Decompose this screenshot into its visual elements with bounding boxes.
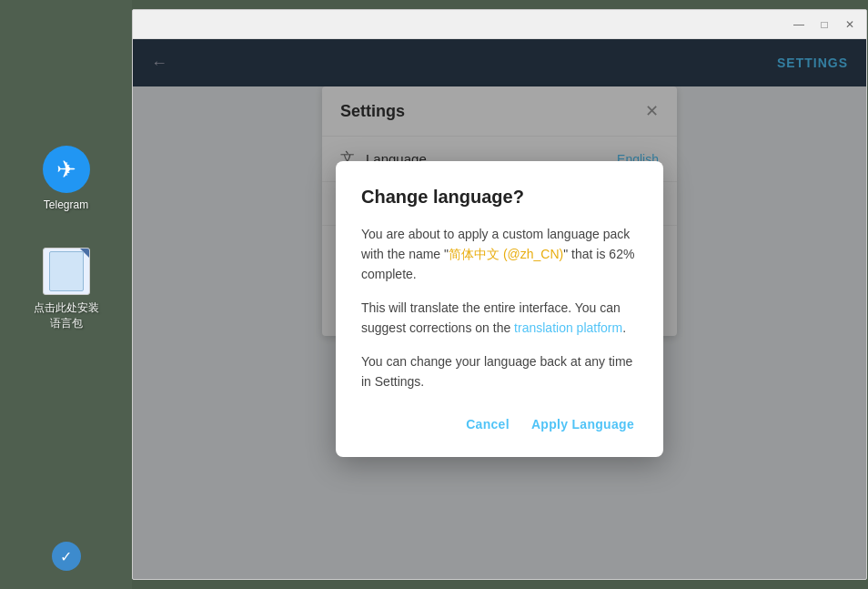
title-bar-controls: — □ ✕: [790, 15, 859, 34]
main-window: — □ ✕ ← SETTINGS Settings ✕ 文 Language E…: [132, 9, 867, 580]
modal-overlay: Change language? You are about to apply …: [133, 39, 866, 579]
telegram-desktop-icon[interactable]: ✈ Telegram: [43, 146, 90, 211]
sidebar: ✈ Telegram 点击此处安装 语言包 ✓: [0, 0, 132, 589]
telegram-icon-label: Telegram: [44, 198, 88, 211]
sidebar-checkmark-badge: ✓: [52, 542, 81, 571]
modal-paragraph-2: This will translate the entire interface…: [361, 298, 638, 339]
file-icon: [43, 248, 90, 295]
modal-paragraph-3: You can change your language back at any…: [361, 351, 638, 392]
close-window-button[interactable]: ✕: [841, 15, 859, 34]
file-inner: [49, 251, 84, 291]
modal-p1-highlight: 简体中文 (@zh_CN): [449, 247, 563, 261]
cancel-button[interactable]: Cancel: [462, 410, 513, 439]
telegram-icon: ✈: [43, 146, 90, 193]
minimize-button[interactable]: —: [790, 15, 808, 34]
install-langpack-icon[interactable]: 点击此处安装 语言包: [34, 248, 99, 331]
maximize-button[interactable]: □: [815, 15, 833, 34]
modal-body: You are about to apply a custom language…: [361, 224, 638, 392]
checkmark-icon: ✓: [60, 548, 72, 565]
translation-platform-link[interactable]: translation platform: [514, 320, 622, 335]
modal-p2-post: .: [622, 320, 626, 335]
apply-language-button[interactable]: Apply Language: [528, 410, 638, 439]
install-langpack-label: 点击此处安装 语言包: [34, 300, 99, 331]
change-language-modal: Change language? You are about to apply …: [336, 161, 663, 458]
modal-title: Change language?: [361, 187, 638, 208]
telegram-plane-icon: ✈: [56, 156, 76, 184]
modal-actions: Cancel Apply Language: [361, 410, 638, 439]
modal-paragraph-1: You are about to apply a custom language…: [361, 224, 638, 285]
title-bar: — □ ✕: [133, 10, 866, 39]
app-content: ← SETTINGS Settings ✕ 文 Language English…: [133, 39, 866, 579]
